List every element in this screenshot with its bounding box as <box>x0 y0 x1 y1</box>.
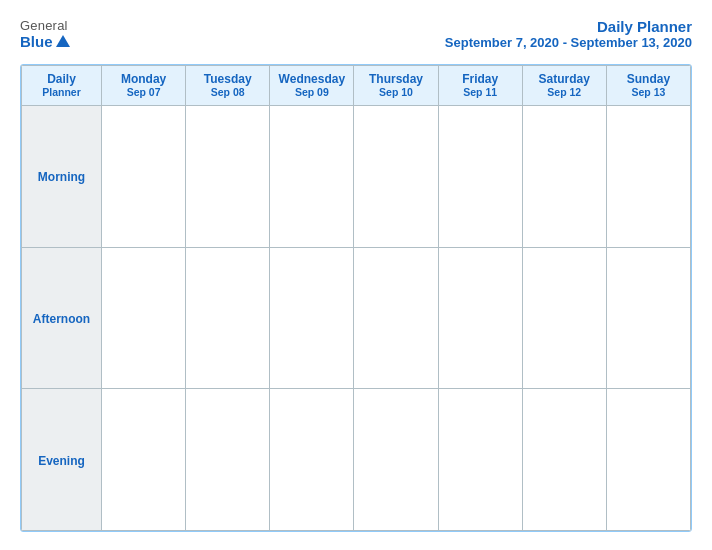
day-date-sunday: Sep 13 <box>610 86 687 99</box>
header-title: Daily Planner September 7, 2020 - Septem… <box>445 18 692 50</box>
label-header-line2: Planner <box>25 86 98 99</box>
logo-icon <box>55 33 71 49</box>
evening-saturday-cell[interactable] <box>522 389 606 531</box>
evening-wednesday-cell[interactable] <box>270 389 354 531</box>
afternoon-wednesday-cell[interactable] <box>270 247 354 389</box>
day-date-thursday: Sep 10 <box>357 86 434 99</box>
morning-saturday-cell[interactable] <box>522 105 606 247</box>
morning-friday-cell[interactable] <box>438 105 522 247</box>
calendar-table: Daily Planner Monday Sep 07 Tuesday Sep … <box>21 65 691 531</box>
day-date-friday: Sep 11 <box>442 86 519 99</box>
day-header-monday: Monday Sep 07 <box>102 66 186 106</box>
morning-row: Morning <box>22 105 691 247</box>
day-header-wednesday: Wednesday Sep 09 <box>270 66 354 106</box>
evening-sunday-cell[interactable] <box>606 389 690 531</box>
day-name-sunday: Sunday <box>610 72 687 86</box>
day-header-thursday: Thursday Sep 10 <box>354 66 438 106</box>
evening-label-cell: Evening <box>22 389 102 531</box>
afternoon-thursday-cell[interactable] <box>354 247 438 389</box>
evening-monday-cell[interactable] <box>102 389 186 531</box>
day-name-friday: Friday <box>442 72 519 86</box>
evening-thursday-cell[interactable] <box>354 389 438 531</box>
afternoon-sunday-cell[interactable] <box>606 247 690 389</box>
day-date-saturday: Sep 12 <box>526 86 603 99</box>
day-date-monday: Sep 07 <box>105 86 182 99</box>
logo-blue: Blue <box>20 34 53 49</box>
afternoon-label-cell: Afternoon <box>22 247 102 389</box>
day-name-monday: Monday <box>105 72 182 86</box>
label-header-cell: Daily Planner <box>22 66 102 106</box>
morning-thursday-cell[interactable] <box>354 105 438 247</box>
calendar-container: Daily Planner Monday Sep 07 Tuesday Sep … <box>20 64 692 532</box>
header-row: Daily Planner Monday Sep 07 Tuesday Sep … <box>22 66 691 106</box>
day-name-thursday: Thursday <box>357 72 434 86</box>
page: General Blue Daily Planner September 7, … <box>0 0 712 550</box>
evening-label: Evening <box>38 454 85 468</box>
morning-label: Morning <box>38 170 85 184</box>
logo: General Blue <box>20 18 71 49</box>
afternoon-saturday-cell[interactable] <box>522 247 606 389</box>
header: General Blue Daily Planner September 7, … <box>20 18 692 50</box>
afternoon-label: Afternoon <box>33 312 90 326</box>
day-name-saturday: Saturday <box>526 72 603 86</box>
day-header-tuesday: Tuesday Sep 08 <box>186 66 270 106</box>
morning-label-cell: Morning <box>22 105 102 247</box>
evening-tuesday-cell[interactable] <box>186 389 270 531</box>
header-title-main: Daily Planner <box>445 18 692 35</box>
svg-marker-0 <box>56 35 70 47</box>
afternoon-tuesday-cell[interactable] <box>186 247 270 389</box>
day-name-tuesday: Tuesday <box>189 72 266 86</box>
evening-row: Evening <box>22 389 691 531</box>
day-name-wednesday: Wednesday <box>273 72 350 86</box>
day-date-wednesday: Sep 09 <box>273 86 350 99</box>
morning-sunday-cell[interactable] <box>606 105 690 247</box>
day-header-friday: Friday Sep 11 <box>438 66 522 106</box>
morning-tuesday-cell[interactable] <box>186 105 270 247</box>
afternoon-friday-cell[interactable] <box>438 247 522 389</box>
header-title-date: September 7, 2020 - September 13, 2020 <box>445 35 692 50</box>
afternoon-row: Afternoon <box>22 247 691 389</box>
morning-wednesday-cell[interactable] <box>270 105 354 247</box>
label-header-line1: Daily <box>25 72 98 86</box>
evening-friday-cell[interactable] <box>438 389 522 531</box>
day-header-saturday: Saturday Sep 12 <box>522 66 606 106</box>
day-date-tuesday: Sep 08 <box>189 86 266 99</box>
logo-general: General <box>20 18 68 33</box>
morning-monday-cell[interactable] <box>102 105 186 247</box>
afternoon-monday-cell[interactable] <box>102 247 186 389</box>
day-header-sunday: Sunday Sep 13 <box>606 66 690 106</box>
